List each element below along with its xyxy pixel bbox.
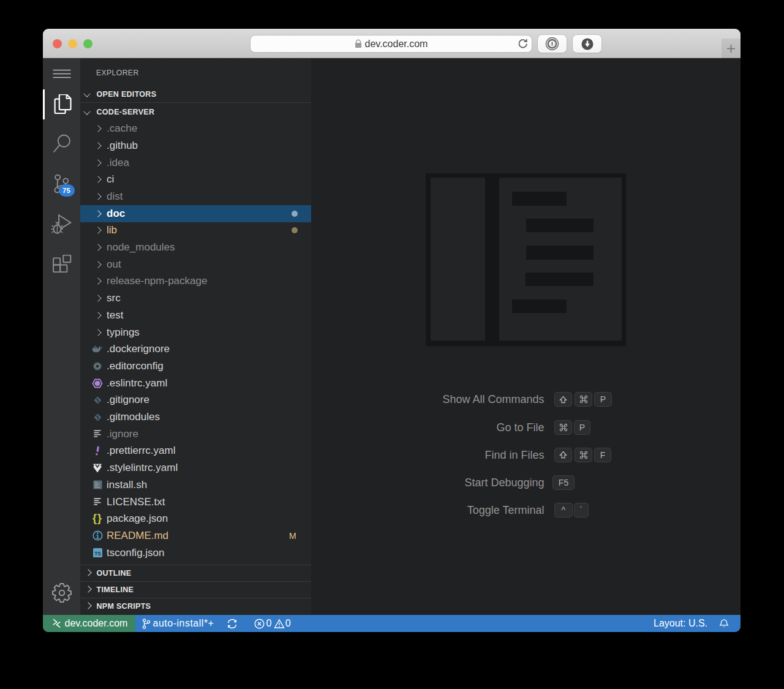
svg-text:TS: TS (94, 551, 101, 557)
